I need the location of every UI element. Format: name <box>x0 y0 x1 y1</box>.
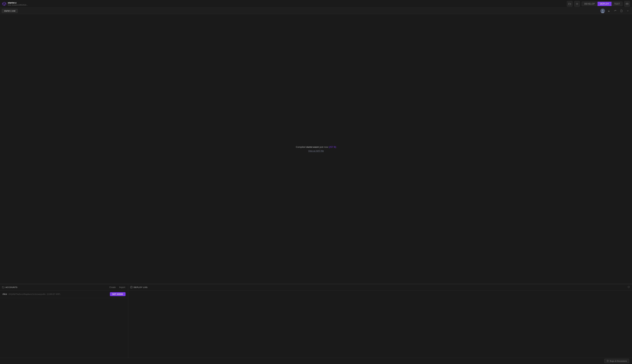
nav-btn-group: DEVELOP DEPLOY TEST <box>582 2 622 6</box>
accounts-panel-header: ACCOUNTS Create Import <box>0 284 128 290</box>
deploy-log-panel: DEPLOY LOG <box>128 284 632 358</box>
avatar-image <box>600 8 605 13</box>
logo-area: starter.c Gist: muzam1/1f8109c8... <box>2 2 28 6</box>
footer-bar: Bugs & Discussions <box>0 358 632 364</box>
svg-rect-3 <box>626 3 628 4</box>
account-balance: (9,999.87 XRP) <box>47 293 60 295</box>
deploy-log-clock <box>628 286 630 289</box>
bugs-discussions-btn[interactable]: Bugs & Discussions <box>604 359 629 363</box>
logo-icon <box>2 2 6 6</box>
file-tab[interactable]: starter.c.wat <box>2 9 18 13</box>
wat-link[interactable]: View as WAT-file <box>308 150 324 152</box>
set-hook-button[interactable]: SET HOOK <box>110 292 126 296</box>
compile-size: (257 B) <box>329 146 336 148</box>
bugs-icon <box>606 360 609 362</box>
share-icon <box>614 10 616 12</box>
gear-icon-btn[interactable] <box>574 1 580 7</box>
download-btn[interactable] <box>606 8 611 13</box>
accounts-header-left: ACCOUNTS <box>2 286 107 288</box>
logo-text-area: starter.c Gist: muzam1/1f8109c8... <box>8 2 28 6</box>
import-account-btn[interactable]: Import <box>118 286 126 289</box>
chevron-down-icon <box>626 10 629 12</box>
deploy-log-header-left: DEPLOY LOG <box>130 286 148 288</box>
gear-icon <box>576 3 578 5</box>
download-icon <box>608 10 610 12</box>
accounts-header-actions: Create Import <box>109 286 126 289</box>
expand-icon <box>626 3 628 5</box>
expand-btn[interactable] <box>624 1 630 7</box>
folder-icon <box>568 3 571 5</box>
compile-message: Compiled starter.wasm just now (257 B) <box>296 146 336 148</box>
clock-icon <box>628 286 630 288</box>
develop-btn[interactable]: DEVELOP <box>582 2 598 6</box>
chevron-down-btn[interactable] <box>625 8 630 13</box>
deploy-log-icon <box>130 286 132 288</box>
deploy-log-content <box>128 290 632 358</box>
account-info: Alice rDQdNbTNa5rcoX8agAwnLSzJzzswzpxAfv… <box>2 293 110 296</box>
account-name: Alice <box>2 293 7 296</box>
accounts-folder-icon <box>2 286 4 288</box>
create-account-btn[interactable]: Create <box>109 286 116 289</box>
svg-point-5 <box>602 10 604 11</box>
avatar <box>600 8 605 13</box>
top-nav: starter.c Gist: muzam1/1f8109c8... DEVEL… <box>0 0 632 8</box>
svg-point-2 <box>577 3 578 4</box>
deploy-log-header: DEPLOY LOG <box>128 284 632 290</box>
file-btn[interactable] <box>619 8 624 13</box>
editor-actions <box>600 8 630 13</box>
share-btn[interactable] <box>613 8 618 13</box>
compile-prefix: Compiled <box>296 146 306 148</box>
bottom-panel: ACCOUNTS Create Import Alice rDQdNbTNa5r… <box>0 284 632 358</box>
app-title: starter.c <box>8 2 28 4</box>
editor-topbar: starter.c.wat <box>0 8 632 14</box>
file-icon <box>620 10 623 12</box>
accounts-panel: ACCOUNTS Create Import Alice rDQdNbTNa5r… <box>0 284 128 358</box>
svg-point-10 <box>608 361 608 361</box>
account-address: rDQdNbTNa5rcoX8agAwnLSzJzzswzpxAfv <box>8 293 46 295</box>
app-subtitle: Gist: muzam1/1f8109c8... <box>8 4 28 6</box>
folder-icon-btn[interactable] <box>567 1 572 7</box>
test-btn[interactable]: TEST <box>612 2 622 6</box>
account-row: Alice rDQdNbTNa5rcoX8agAwnLSzJzzswzpxAfv… <box>0 290 128 298</box>
deploy-btn[interactable]: DEPLOY <box>598 2 612 6</box>
editor-content: Compiled starter.wasm just now (257 B) V… <box>0 14 632 284</box>
